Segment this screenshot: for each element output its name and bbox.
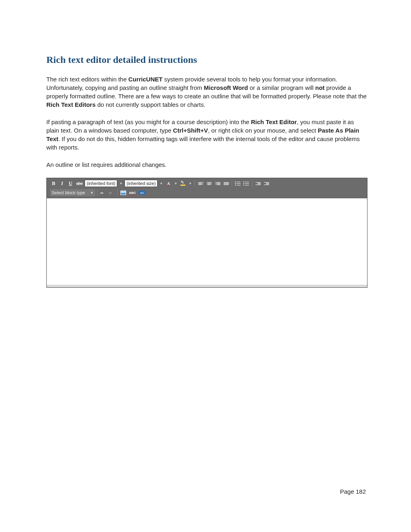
highlight-dropdown-icon[interactable]: ▼	[188, 180, 193, 187]
highlight-button[interactable]	[179, 180, 187, 187]
link-icon	[100, 190, 106, 195]
align-center-icon	[207, 182, 212, 185]
separator	[117, 189, 118, 196]
align-justify-icon	[224, 182, 229, 185]
align-justify-button[interactable]	[222, 180, 230, 187]
bold-rich-text-editors: Rich Text Editors	[46, 101, 95, 108]
block-type-select[interactable]: Select block type ▼	[50, 189, 95, 196]
editor-resize-handle[interactable]	[47, 285, 367, 287]
text-color-dropdown-icon[interactable]: ▼	[173, 180, 178, 187]
strikethrough-button[interactable]: abc	[75, 180, 83, 187]
text: or a similar program will	[248, 84, 316, 91]
italic-button[interactable]: I	[58, 180, 66, 187]
bold-button[interactable]: B	[50, 180, 57, 187]
text: If pasting a paragraph of text (as you m…	[46, 118, 251, 125]
unordered-list-icon	[235, 181, 241, 185]
intro-paragraph-3: An outline or list requires additional c…	[46, 160, 367, 169]
intro-paragraph-2: If pasting a paragraph of text (as you m…	[46, 118, 367, 152]
spellcheck-button[interactable]: ABC	[128, 189, 137, 196]
bold-curricunet: CurricUNET	[128, 76, 162, 83]
page-number: Page 182	[340, 488, 366, 495]
text-color-icon: A	[167, 181, 170, 186]
outdent-button[interactable]	[254, 180, 262, 187]
rich-text-editor: B I U abc (inherited font) ▼ (inherited …	[46, 178, 367, 288]
bold-ctrl-shift-v: Ctrl+Shift+V	[173, 127, 208, 134]
align-right-icon	[215, 182, 220, 185]
ordered-list-button[interactable]	[243, 180, 250, 187]
chevron-down-icon: ▼	[90, 191, 93, 195]
align-left-button[interactable]	[197, 180, 204, 187]
text: The rich text editors within the	[46, 76, 128, 83]
bold-rich-text-editor: Rich Text Editor	[251, 118, 297, 125]
indent-icon	[264, 182, 269, 185]
font-family-select[interactable]: (inherited font)	[85, 180, 117, 187]
align-right-button[interactable]	[214, 180, 221, 187]
intro-paragraph-1: The rich text editors within the CurricU…	[46, 75, 367, 109]
align-left-icon	[198, 182, 203, 185]
image-icon	[120, 191, 126, 195]
text: . If you do not do this, hidden formatti…	[46, 135, 360, 151]
separator	[232, 180, 232, 187]
text-color-button[interactable]: A	[165, 180, 172, 187]
page-title: Rich text editor detailed instructions	[46, 54, 367, 65]
align-center-button[interactable]	[206, 180, 213, 187]
outdent-icon	[255, 182, 261, 185]
separator	[195, 180, 195, 187]
image-button[interactable]	[120, 189, 127, 196]
source-button[interactable]: src	[138, 189, 146, 196]
highlight-icon	[181, 181, 185, 186]
block-type-label: Select block type	[52, 190, 85, 195]
unlink-button[interactable]	[108, 189, 115, 196]
ordered-list-icon	[243, 181, 249, 185]
bold-microsoft-word: Microsoft Word	[204, 84, 248, 91]
spellcheck-icon: ABC	[129, 191, 136, 195]
bold-not: not	[315, 84, 324, 91]
underline-button[interactable]: U	[67, 180, 74, 187]
separator	[252, 180, 252, 187]
indent-button[interactable]	[263, 180, 270, 187]
source-icon: src	[139, 191, 145, 195]
text: , or right click on your mouse, and sele…	[208, 127, 318, 134]
unordered-list-button[interactable]	[234, 180, 241, 187]
editor-content-area[interactable]	[47, 198, 367, 285]
unlink-icon	[109, 190, 114, 195]
font-family-dropdown-icon[interactable]: ▼	[118, 180, 123, 187]
text: do not currently support tables or chart…	[95, 101, 206, 108]
separator	[97, 189, 98, 196]
font-size-select[interactable]: (inherited size)	[125, 180, 158, 187]
font-size-dropdown-icon[interactable]: ▼	[159, 180, 164, 187]
editor-toolbar: B I U abc (inherited font) ▼ (inherited …	[47, 178, 367, 198]
link-button[interactable]	[100, 189, 107, 196]
